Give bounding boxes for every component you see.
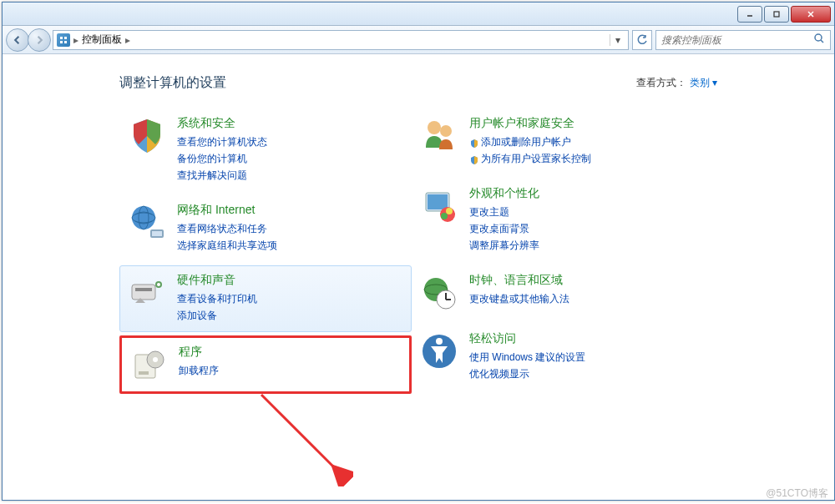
category-link[interactable]: 更改键盘或其他输入法 — [469, 291, 696, 306]
category-programs[interactable]: 程序卸载程序 — [119, 335, 412, 394]
svg-point-28 — [446, 208, 453, 214]
maximize-button[interactable] — [764, 6, 789, 23]
svg-point-23 — [428, 121, 441, 134]
category-network-internet[interactable]: 网络和 Internet查看网络状态和任务选择家庭组和共享选项 — [119, 195, 412, 262]
search-icon[interactable] — [813, 33, 825, 47]
svg-point-36 — [436, 338, 443, 345]
svg-rect-4 — [60, 37, 63, 39]
back-button[interactable] — [6, 28, 29, 52]
shield-icon — [469, 138, 479, 148]
category-link[interactable]: 添加设备 — [177, 308, 404, 323]
hardware-sound-icon — [127, 273, 167, 313]
forward-button[interactable] — [28, 28, 51, 52]
category-title[interactable]: 用户帐户和家庭安全 — [469, 116, 696, 131]
programs-icon — [129, 345, 169, 385]
network-internet-icon — [127, 203, 167, 243]
category-link[interactable]: 查看设备和打印机 — [177, 291, 404, 306]
breadcrumb-root[interactable]: 控制面板 — [82, 33, 122, 47]
category-title[interactable]: 轻松访问 — [469, 331, 696, 346]
titlebar — [3, 3, 834, 26]
window-controls — [737, 6, 831, 23]
address-bar[interactable]: ▸ 控制面板 ▸ ▾ — [53, 30, 629, 50]
control-panel-icon — [57, 33, 70, 47]
minimize-button[interactable] — [737, 6, 762, 23]
refresh-button[interactable] — [632, 30, 652, 50]
category-link[interactable]: 调整屏幕分辨率 — [469, 238, 696, 253]
category-title[interactable]: 程序 — [179, 345, 402, 360]
svg-point-10 — [132, 206, 155, 229]
svg-rect-6 — [60, 41, 63, 43]
window-frame: ▸ 控制面板 ▸ ▾ 调整计算机的设置 查看方式： 类别 ▾ 系统和安全查看您的… — [2, 2, 835, 501]
svg-point-24 — [440, 125, 452, 137]
category-title[interactable]: 硬件和声音 — [177, 273, 404, 288]
system-security-icon — [127, 116, 167, 156]
svg-rect-16 — [135, 288, 152, 291]
breadcrumb-separator: ▸ — [73, 34, 78, 46]
ease-access-icon — [419, 331, 459, 371]
category-title[interactable]: 时钟、语言和区域 — [469, 273, 696, 288]
svg-line-9 — [821, 40, 823, 43]
address-dropdown[interactable]: ▾ — [610, 34, 625, 46]
content-area: 调整计算机的设置 查看方式： 类别 ▾ 系统和安全查看您的计算机状态备份您的计算… — [3, 54, 834, 500]
categories-grid: 系统和安全查看您的计算机状态备份您的计算机查找并解决问题网络和 Internet… — [44, 108, 792, 397]
category-appearance[interactable]: 外观和个性化更改主题更改桌面背景调整屏幕分辨率 — [412, 179, 704, 262]
svg-rect-1 — [774, 12, 779, 17]
view-mode: 查看方式： 类别 ▾ — [636, 76, 717, 90]
category-link[interactable]: 优化视频显示 — [469, 366, 696, 381]
breadcrumb-separator: ▸ — [125, 34, 130, 46]
category-link[interactable]: 更改主题 — [469, 204, 696, 219]
svg-point-18 — [157, 283, 160, 286]
search-box[interactable] — [655, 30, 831, 50]
category-link[interactable]: 添加或删除用户帐户 — [469, 134, 696, 149]
navigation-bar: ▸ 控制面板 ▸ ▾ — [3, 26, 834, 54]
category-link[interactable]: 查看您的计算机状态 — [177, 134, 404, 149]
category-link[interactable]: 查找并解决问题 — [177, 168, 404, 183]
user-accounts-icon — [419, 116, 459, 156]
content-header: 调整计算机的设置 查看方式： 类别 ▾ — [44, 74, 792, 92]
svg-point-29 — [441, 213, 448, 219]
category-link[interactable]: 使用 Windows 建议的设置 — [469, 350, 696, 365]
category-title[interactable]: 网络和 Internet — [177, 203, 404, 218]
category-title[interactable]: 系统和安全 — [177, 116, 404, 131]
column-left: 系统和安全查看您的计算机状态备份您的计算机查找并解决问题网络和 Internet… — [119, 108, 412, 397]
svg-rect-22 — [139, 371, 149, 375]
category-link[interactable]: 为所有用户设置家长控制 — [469, 151, 696, 166]
category-link[interactable]: 备份您的计算机 — [177, 151, 404, 166]
category-link[interactable]: 卸载程序 — [179, 363, 402, 378]
page-title: 调整计算机的设置 — [119, 74, 226, 92]
category-system-security[interactable]: 系统和安全查看您的计算机状态备份您的计算机查找并解决问题 — [119, 108, 412, 192]
nav-arrows — [6, 28, 49, 52]
clock-region-icon — [419, 273, 459, 313]
svg-rect-15 — [132, 285, 155, 300]
category-title[interactable]: 外观和个性化 — [469, 186, 696, 201]
shield-icon — [469, 154, 479, 164]
appearance-icon — [419, 186, 459, 226]
category-link[interactable]: 选择家庭组和共享选项 — [177, 238, 404, 253]
svg-rect-7 — [64, 41, 67, 43]
category-ease-access[interactable]: 轻松访问使用 Windows 建议的设置优化视频显示 — [412, 324, 704, 391]
close-button[interactable] — [791, 6, 831, 23]
view-label: 查看方式： — [636, 77, 686, 88]
category-link[interactable]: 更改桌面背景 — [469, 221, 696, 236]
category-clock-region[interactable]: 时钟、语言和区域更改键盘或其他输入法 — [412, 265, 704, 320]
search-input[interactable] — [661, 34, 813, 46]
svg-rect-14 — [152, 231, 162, 236]
svg-point-21 — [153, 357, 158, 362]
category-link[interactable]: 查看网络状态和任务 — [177, 221, 404, 236]
column-right: 用户帐户和家庭安全添加或删除用户帐户为所有用户设置家长控制外观和个性化更改主题更… — [412, 108, 704, 397]
watermark: @51CTO博客 — [766, 486, 828, 501]
view-value-link[interactable]: 类别 ▾ — [690, 77, 717, 88]
category-user-accounts[interactable]: 用户帐户和家庭安全添加或删除用户帐户为所有用户设置家长控制 — [412, 108, 704, 175]
svg-rect-26 — [428, 194, 448, 209]
category-hardware-sound[interactable]: 硬件和声音查看设备和打印机添加设备 — [119, 265, 412, 332]
svg-point-8 — [815, 34, 822, 41]
svg-rect-5 — [64, 37, 67, 39]
